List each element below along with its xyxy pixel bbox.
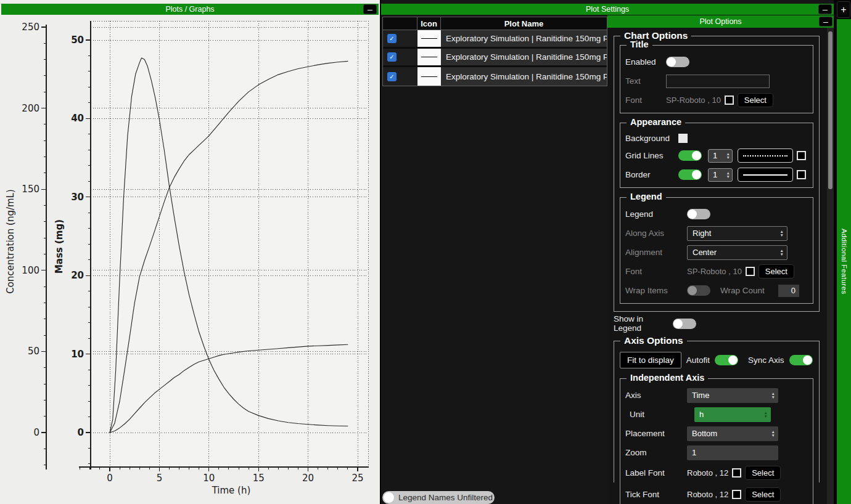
grid-color-swatch[interactable] bbox=[797, 151, 806, 160]
dropdown-arrows-icon: ▲▼ bbox=[780, 249, 784, 256]
check-icon: ✓ bbox=[389, 35, 394, 42]
checkbox-cell: ✓ bbox=[383, 67, 417, 86]
unit-label: Unit bbox=[625, 410, 687, 419]
stepper-arrows-icon[interactable]: ▲▼ bbox=[726, 152, 730, 159]
grid-width-value: 1 bbox=[709, 151, 717, 160]
fit-to-display-button[interactable]: Fit to display bbox=[620, 352, 681, 368]
text-label: Text bbox=[625, 76, 666, 86]
svg-text:200: 200 bbox=[22, 103, 39, 114]
plot-visible-checkbox[interactable]: ✓ bbox=[387, 52, 397, 62]
alignment-dropdown[interactable]: Center ▲▼ bbox=[687, 245, 787, 260]
background-color-swatch[interactable] bbox=[678, 134, 688, 143]
sync-axis-toggle[interactable] bbox=[789, 355, 813, 365]
legend-font-label: Font bbox=[625, 267, 687, 276]
pk-chart[interactable]: 050100150200250010203040500510152025Conc… bbox=[0, 0, 380, 504]
plot-name[interactable]: Exploratory Simulation | Ranitidine 150m… bbox=[441, 30, 607, 47]
svg-text:0: 0 bbox=[78, 427, 84, 438]
along-axis-dropdown[interactable]: Right ▲▼ bbox=[687, 226, 787, 241]
additional-features-label: Additional Features bbox=[841, 229, 848, 295]
options-scrollbar[interactable] bbox=[827, 28, 834, 504]
axis-dropdown[interactable]: Time ▲▼ bbox=[687, 388, 778, 403]
alignment-label: Alignment bbox=[625, 248, 687, 257]
axis-value: Time bbox=[687, 391, 709, 400]
checkbox-cell: ✓ bbox=[383, 49, 417, 65]
line-style-icon bbox=[421, 38, 437, 39]
svg-text:50: 50 bbox=[28, 346, 39, 357]
border-color-swatch[interactable] bbox=[797, 170, 806, 179]
wrap-count-input[interactable]: 0 bbox=[778, 285, 799, 297]
show-in-legend-toggle[interactable] bbox=[673, 319, 696, 329]
additional-features-tab[interactable]: Additional Features bbox=[837, 19, 851, 504]
title-text-input[interactable] bbox=[666, 75, 770, 88]
placement-value: Bottom bbox=[687, 429, 717, 438]
svg-text:15: 15 bbox=[253, 473, 265, 484]
tick-font-color-swatch[interactable] bbox=[732, 490, 741, 499]
grid-lines-toggle[interactable] bbox=[678, 150, 702, 161]
title-enabled-toggle[interactable] bbox=[666, 57, 689, 67]
check-icon: ✓ bbox=[389, 54, 394, 60]
border-width-stepper[interactable]: 1 ▲▼ bbox=[708, 168, 733, 182]
minimize-plot-settings-button[interactable]: – bbox=[818, 4, 832, 14]
stepper-arrows-icon[interactable]: ▲▼ bbox=[726, 171, 730, 178]
toggle-knob-icon bbox=[688, 286, 697, 295]
table-row: ✓ Exploratory Simulation | Ranitidine 15… bbox=[383, 49, 607, 67]
legend-group: Legend Legend Along Axis Right ▲▼ Alignm… bbox=[620, 197, 813, 304]
tick-font-select-button[interactable]: Select bbox=[745, 487, 781, 502]
plots-graphs-titlebar[interactable]: Plots / Graphs – bbox=[1, 4, 379, 15]
plot-options-content: Chart Options Title Enabled Text Font SP… bbox=[614, 28, 820, 482]
minimize-plots-button[interactable]: – bbox=[363, 4, 377, 14]
plot-table: Icon Plot Name ✓ Exploratory Simulation … bbox=[382, 17, 607, 86]
grid-width-stepper[interactable]: 1 ▲▼ bbox=[708, 149, 733, 163]
title-font-select-button[interactable]: Select bbox=[738, 93, 773, 107]
y-axis-right-title: Mass (mg) bbox=[54, 219, 65, 274]
label-font-color-swatch[interactable] bbox=[732, 468, 741, 478]
svg-text:30: 30 bbox=[71, 192, 84, 203]
minimize-plot-options-button[interactable]: – bbox=[819, 17, 832, 26]
unit-dropdown[interactable]: h ▲▼ bbox=[694, 407, 771, 422]
plot-options-titlebar[interactable]: Plot Options – bbox=[607, 15, 834, 28]
chart-options-group: Chart Options Title Enabled Text Font SP… bbox=[614, 36, 820, 312]
plus-icon: + bbox=[841, 4, 846, 15]
legend-toggle[interactable] bbox=[687, 209, 710, 219]
svg-text:5: 5 bbox=[157, 473, 163, 484]
plot-visible-checkbox[interactable]: ✓ bbox=[387, 34, 397, 43]
autofit-toggle[interactable] bbox=[715, 355, 738, 365]
plot-name[interactable]: Exploratory Simulation | Ranitidine 150m… bbox=[441, 67, 607, 86]
expand-additional-features-button[interactable]: + bbox=[837, 1, 850, 18]
svg-text:50: 50 bbox=[71, 35, 84, 46]
plot-settings-titlebar[interactable]: Plot Settings – bbox=[381, 4, 834, 15]
line-style-icon bbox=[421, 76, 437, 77]
scrollbar-thumb[interactable] bbox=[828, 31, 832, 189]
x-axis-title: Time (h) bbox=[212, 485, 251, 496]
grid-line-style-button[interactable] bbox=[738, 148, 793, 163]
dropdown-arrows-icon: ▲▼ bbox=[771, 430, 775, 437]
legend-group-label: Legend bbox=[627, 192, 666, 201]
grid-lines-label: Grid Lines bbox=[625, 151, 678, 160]
plot-name[interactable]: Exploratory Simulation | Ranitidine 150m… bbox=[441, 49, 607, 65]
legend-font-select-button[interactable]: Select bbox=[758, 264, 794, 278]
plot-line-preview bbox=[417, 30, 441, 47]
plot-options-title: Plot Options bbox=[699, 17, 741, 26]
plot-line-preview bbox=[417, 67, 441, 86]
placement-dropdown[interactable]: Bottom ▲▼ bbox=[687, 426, 778, 441]
axis-options-group: Axis Options Fit to display Autofit Sync… bbox=[614, 341, 820, 482]
toggle-knob-icon bbox=[688, 209, 697, 219]
border-line-style-button[interactable] bbox=[738, 168, 793, 182]
svg-text:10: 10 bbox=[203, 473, 215, 484]
title-font-color-swatch[interactable] bbox=[725, 96, 734, 105]
plot-visible-checkbox[interactable]: ✓ bbox=[387, 72, 397, 81]
toggle-knob-icon bbox=[384, 492, 394, 503]
font-label: Font bbox=[625, 96, 666, 105]
border-toggle[interactable] bbox=[678, 169, 702, 180]
zoom-input[interactable]: 1 bbox=[687, 445, 778, 460]
label-font-select-button[interactable]: Select bbox=[745, 466, 781, 480]
wrap-count-label: Wrap Count bbox=[720, 286, 765, 295]
legend-font-color-swatch[interactable] bbox=[746, 267, 755, 276]
appearance-group-label: Appearance bbox=[627, 117, 685, 127]
toggle-knob-icon bbox=[673, 319, 683, 328]
legend-label: Legend bbox=[625, 209, 687, 219]
minus-icon: – bbox=[823, 4, 828, 14]
legend-names-toggle[interactable]: Legend Names Unfiltered bbox=[382, 491, 495, 504]
wrap-items-toggle[interactable] bbox=[687, 285, 710, 296]
plot-options-panel: Plot Options – Chart Options Title Enabl… bbox=[607, 15, 834, 504]
